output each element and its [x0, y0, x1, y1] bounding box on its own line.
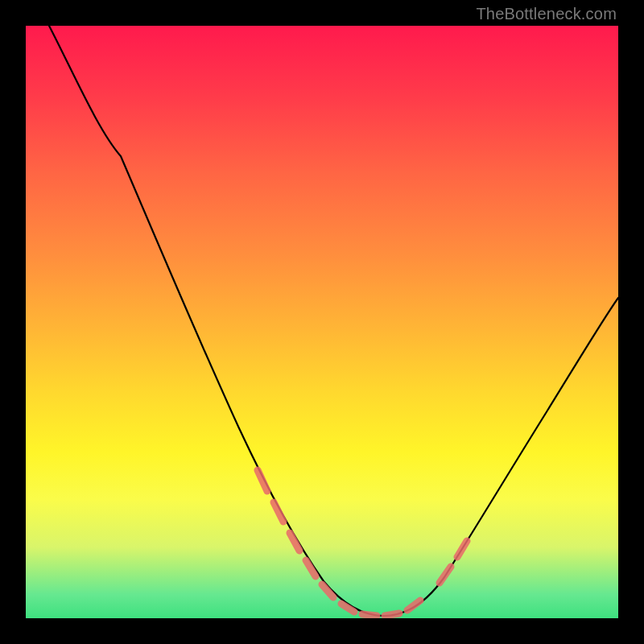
marker-dash: [341, 604, 354, 612]
marker-dash: [457, 541, 467, 557]
plot-area: [26, 26, 618, 618]
curve-layer: [26, 26, 618, 618]
marker-dash: [385, 613, 399, 616]
marker-dash: [322, 584, 333, 597]
marker-dash: [306, 560, 316, 576]
chart-frame: TheBottleneck.com: [0, 0, 644, 644]
marker-group: [258, 470, 467, 616]
marker-dash: [362, 614, 377, 616]
marker-dash: [440, 567, 451, 583]
marker-dash: [407, 601, 420, 610]
marker-dash: [258, 470, 267, 491]
watermark-text: TheBottleneck.com: [476, 5, 617, 23]
marker-dash: [274, 502, 283, 522]
bottleneck-curve: [49, 26, 618, 616]
marker-dash: [290, 533, 299, 551]
